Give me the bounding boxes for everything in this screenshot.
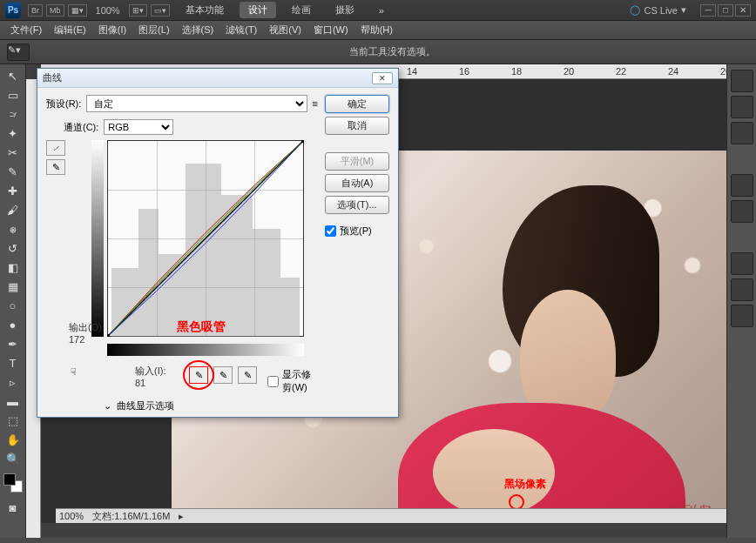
- maximize-button[interactable]: □: [718, 4, 733, 17]
- wand-tool[interactable]: ✦: [3, 124, 24, 142]
- current-tool-icon[interactable]: ✎▾: [7, 44, 30, 61]
- gray-eyedropper[interactable]: ✎: [213, 366, 233, 384]
- preview-label: 预览(P): [340, 225, 372, 238]
- menu-window[interactable]: 窗口(W): [308, 22, 354, 38]
- ps-logo: Ps: [5, 3, 21, 18]
- blur-tool[interactable]: ○: [3, 297, 24, 314]
- menu-filter[interactable]: 滤镜(T): [220, 22, 262, 38]
- shape-tool[interactable]: ▬: [3, 392, 24, 410]
- workspace-basic[interactable]: 基本功能: [177, 2, 233, 18]
- curves-dialog: 曲线 ✕ 预设(R): 自定 ≡ 通道(C): RGB ⟋ ✎: [37, 68, 399, 418]
- curve-options-label[interactable]: 曲线显示选项: [117, 399, 174, 412]
- dodge-tool[interactable]: ●: [3, 316, 24, 333]
- white-eyedropper[interactable]: ✎: [238, 366, 257, 384]
- menu-layer[interactable]: 图层(L): [133, 22, 174, 38]
- stamp-tool[interactable]: ⎈: [3, 220, 24, 238]
- panel-icon-1[interactable]: [731, 70, 753, 92]
- panel-icon-3[interactable]: [731, 122, 753, 144]
- dialog-title: 曲线: [43, 71, 62, 84]
- history-brush-tool[interactable]: ↺: [3, 239, 24, 257]
- workspace-photo[interactable]: 摄影: [327, 2, 363, 18]
- menu-bar: 文件(F) 编辑(E) 图像(I) 图层(L) 选择(S) 滤镜(T) 视图(V…: [0, 21, 756, 40]
- curve-options-toggle[interactable]: ⌄: [104, 400, 111, 412]
- status-more[interactable]: ▸: [179, 511, 184, 522]
- options-button[interactable]: 选项(T)...: [325, 196, 389, 214]
- panel-icon-5[interactable]: [731, 200, 753, 223]
- 3d-tool[interactable]: ⬚: [3, 412, 24, 429]
- panel-icon-7[interactable]: [731, 278, 753, 301]
- view-extras-button[interactable]: ▦▾: [68, 4, 87, 17]
- workspace-design[interactable]: 设计: [240, 2, 276, 18]
- face: [520, 290, 616, 420]
- eyedropper-tool[interactable]: ✎: [3, 163, 24, 180]
- menu-help[interactable]: 帮助(H): [355, 22, 398, 38]
- workspace-more[interactable]: »: [370, 3, 393, 17]
- input-value[interactable]: 81: [135, 378, 165, 388]
- svg-rect-2: [301, 140, 304, 143]
- curve-point-tool[interactable]: ⟋: [46, 140, 65, 156]
- curve-pencil-tool[interactable]: ✎: [46, 159, 65, 175]
- panel-icon-4[interactable]: [731, 174, 753, 197]
- preset-select[interactable]: 自定: [86, 95, 307, 112]
- black-eyedropper-label: 黑色吸管: [177, 319, 226, 335]
- preset-label: 预设(R):: [46, 97, 81, 111]
- curve-lines: [107, 140, 304, 337]
- channel-label: 通道(C):: [64, 121, 98, 134]
- screenmode-button[interactable]: ▭▾: [151, 4, 170, 17]
- status-bar: 100% 文档:1.16M/1.16M ▸: [56, 508, 726, 523]
- black-pixel-label: 黑场像素: [504, 477, 546, 492]
- gradient-tool[interactable]: ▦: [3, 278, 24, 295]
- brush-tool[interactable]: 🖌: [3, 201, 24, 218]
- cancel-button[interactable]: 取消: [325, 117, 389, 135]
- menu-file[interactable]: 文件(F): [5, 22, 47, 38]
- heal-tool[interactable]: ✚: [3, 182, 24, 199]
- cslive-button[interactable]: ◯CS Live▾: [630, 4, 686, 16]
- arrange-button[interactable]: ⊞▾: [129, 4, 147, 17]
- person: [354, 185, 703, 523]
- panel-icon-8[interactable]: [731, 305, 753, 327]
- show-clipping-label: 显示修剪(W): [282, 368, 313, 394]
- auto-button[interactable]: 自动(A): [325, 174, 389, 192]
- type-tool[interactable]: T: [3, 354, 24, 372]
- hand-tool[interactable]: ✋: [3, 431, 24, 448]
- crop-tool[interactable]: ✂: [3, 144, 24, 161]
- menu-select[interactable]: 选择(S): [177, 22, 219, 38]
- dialog-close-button[interactable]: ✕: [372, 72, 393, 84]
- minibridge-button[interactable]: Mb: [46, 4, 64, 17]
- preset-menu-icon[interactable]: ≡: [313, 98, 318, 109]
- status-zoom[interactable]: 100%: [59, 511, 84, 521]
- quickmask-button[interactable]: ◙: [3, 499, 24, 516]
- color-swatches[interactable]: [3, 473, 23, 493]
- dialog-titlebar[interactable]: 曲线 ✕: [37, 69, 398, 88]
- menu-view[interactable]: 视图(V): [264, 22, 307, 38]
- menu-image[interactable]: 图像(I): [93, 22, 132, 38]
- path-tool[interactable]: ▹: [3, 373, 24, 391]
- preview-checkbox[interactable]: [325, 225, 336, 237]
- output-value[interactable]: 172: [69, 334, 105, 345]
- output-gradient: [91, 140, 104, 337]
- hands: [433, 429, 555, 516]
- marquee-tool[interactable]: ▭: [3, 86, 24, 104]
- input-gradient: [107, 344, 304, 356]
- ok-button[interactable]: 确定: [325, 95, 389, 113]
- close-button[interactable]: ✕: [735, 4, 751, 17]
- channel-select[interactable]: RGB: [104, 119, 173, 135]
- panel-icon-6[interactable]: [731, 252, 753, 275]
- svg-line-0: [107, 140, 304, 337]
- move-tool[interactable]: ↖: [3, 67, 24, 84]
- application-bar: Ps Br Mb ▦▾ 100% ⊞▾ ▭▾ 基本功能 设计 绘画 摄影 » ◯…: [0, 0, 756, 21]
- target-adjust-tool[interactable]: ☟: [71, 366, 77, 378]
- pen-tool[interactable]: ✒: [3, 335, 24, 352]
- menu-edit[interactable]: 编辑(E): [49, 22, 91, 38]
- panel-icon-2[interactable]: [731, 96, 753, 118]
- lasso-tool[interactable]: ⟉: [3, 105, 24, 123]
- status-doc[interactable]: 文档:1.16M/1.16M: [92, 510, 170, 523]
- workspace-paint[interactable]: 绘画: [283, 2, 320, 18]
- show-clipping-checkbox[interactable]: [267, 376, 279, 387]
- zoom-tool[interactable]: 🔍: [3, 450, 24, 467]
- eraser-tool[interactable]: ◧: [3, 258, 24, 276]
- zoom-level[interactable]: 100%: [96, 5, 120, 16]
- minimize-button[interactable]: ─: [700, 4, 716, 17]
- bridge-button[interactable]: Br: [28, 4, 43, 17]
- fg-color[interactable]: [3, 473, 16, 486]
